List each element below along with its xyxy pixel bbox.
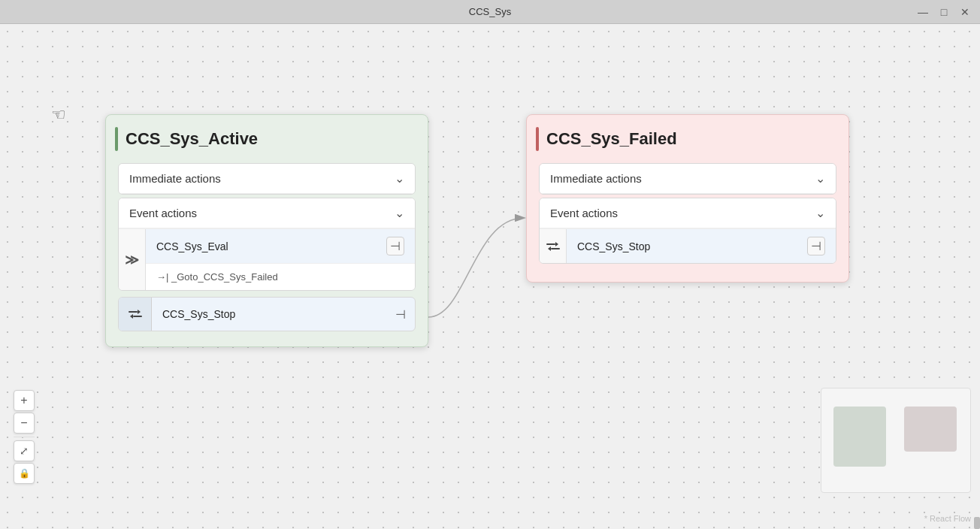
scroll-indicator[interactable] — [974, 517, 980, 529]
failed-immediate-label: Immediate actions — [550, 172, 642, 185]
active-accent-bar — [115, 127, 118, 151]
active-event-chevron: ⌄ — [395, 206, 404, 220]
failed-event-header[interactable]: Event actions ⌄ — [540, 198, 836, 228]
failed-event-rows: CCS_Sys_Stop ⊣ — [540, 228, 836, 263]
active-header: CCS_Sys_Active — [106, 115, 428, 160]
failed-immediate-accordion: Immediate actions ⌄ — [539, 163, 836, 195]
minimize-button[interactable]: — — [914, 3, 932, 21]
svg-marker-6 — [555, 242, 558, 246]
failed-accent-bar — [536, 127, 539, 151]
goto-text: →| _Goto_CCS_Sys_Failed — [156, 271, 278, 283]
active-event-items: CCS_Sys_Eval ⊣ →| _Goto_CCS_Sys_Failed — [146, 229, 415, 290]
window-title: CCS_Sys — [469, 6, 511, 17]
active-event-accordion: Event actions ⌄ ≫ CCS_Sys_Eval ⊣ →| — [118, 198, 416, 291]
failed-event-chevron: ⌄ — [815, 206, 825, 220]
svg-rect-3 — [133, 316, 142, 317]
failed-event-item-stop[interactable]: CCS_Sys_Stop ⊣ — [567, 229, 836, 263]
minimap-node-failed — [904, 407, 957, 452]
active-event-header[interactable]: Event actions ⌄ — [119, 198, 415, 228]
active-title: CCS_Sys_Active — [126, 129, 258, 149]
window-controls: — □ ✕ — [914, 3, 974, 21]
maximize-button[interactable]: □ — [935, 3, 953, 21]
stop-event-name: CCS_Sys_Stop — [577, 240, 650, 252]
cursor-icon: ☜ — [51, 105, 66, 125]
connection-line — [428, 218, 524, 317]
svg-marker-2 — [138, 310, 141, 314]
svg-rect-7 — [551, 248, 560, 249]
lock-button[interactable]: 🔒 — [14, 463, 35, 484]
active-event-rows: ≫ CCS_Sys_Eval ⊣ →| _Goto_CCS_Sys_Failed — [119, 228, 415, 290]
svg-marker-4 — [130, 314, 133, 319]
watermark: * React Flow — [924, 514, 971, 523]
svg-rect-1 — [129, 311, 138, 313]
active-event-item-eval[interactable]: CCS_Sys_Eval ⊣ — [146, 229, 415, 264]
active-bottom-event[interactable]: CCS_Sys_Stop ⊣ — [118, 297, 416, 331]
state-node-active: CCS_Sys_Active Immediate actions ⌄ Event… — [105, 114, 428, 347]
minimap — [821, 388, 971, 493]
svg-rect-5 — [546, 243, 555, 245]
title-bar: CCS_Sys — □ ✕ — [0, 0, 980, 24]
eval-event-name: CCS_Sys_Eval — [156, 240, 228, 252]
failed-trigger-icon — [540, 229, 567, 263]
failed-event-label: Event actions — [550, 207, 618, 219]
active-event-group: ≫ CCS_Sys_Eval ⊣ →| _Goto_CCS_Sys_Failed — [119, 229, 415, 290]
state-node-failed: CCS_Sys_Failed Immediate actions ⌄ Event… — [526, 114, 849, 283]
svg-marker-8 — [548, 246, 551, 251]
zoom-out-button[interactable]: − — [14, 413, 35, 434]
fit-view-button[interactable]: ⤢ — [14, 440, 35, 461]
active-stop-action[interactable]: ⊣ — [386, 307, 415, 322]
active-trigger-icon: ≫ — [119, 229, 146, 290]
canvas: ☜ CCS_Sys_Active Immediate actions ⌄ Eve… — [0, 24, 980, 529]
eval-action-icon[interactable]: ⊣ — [386, 237, 404, 255]
active-immediate-header[interactable]: Immediate actions ⌄ — [119, 164, 415, 194]
failed-event-group: CCS_Sys_Stop ⊣ — [540, 229, 836, 263]
transfer-arrows-icon — [127, 306, 144, 322]
toolbar-divider — [14, 437, 35, 437]
active-stop-icon — [119, 298, 152, 331]
failed-immediate-chevron: ⌄ — [815, 171, 825, 186]
zoom-in-button[interactable]: + — [14, 390, 35, 411]
minimap-node-active — [833, 407, 886, 467]
failed-header: CCS_Sys_Failed — [527, 115, 848, 160]
failed-title: CCS_Sys_Failed — [546, 129, 677, 149]
active-event-label: Event actions — [129, 207, 197, 219]
failed-immediate-header[interactable]: Immediate actions ⌄ — [540, 164, 836, 194]
close-button[interactable]: ✕ — [956, 3, 974, 21]
active-immediate-label: Immediate actions — [129, 172, 221, 185]
active-event-item-goto[interactable]: →| _Goto_CCS_Sys_Failed — [146, 264, 415, 290]
toolbar-controls: + − ⤢ 🔒 — [14, 390, 35, 484]
failed-event-accordion: Event actions ⌄ — [539, 198, 836, 264]
stop-action-icon[interactable]: ⊣ — [807, 237, 825, 255]
transfer-arrows-icon-small — [545, 238, 561, 255]
failed-event-items: CCS_Sys_Stop ⊣ — [567, 229, 836, 263]
active-immediate-chevron: ⌄ — [395, 171, 404, 186]
active-stop-name: CCS_Sys_Stop — [152, 308, 386, 320]
active-immediate-accordion: Immediate actions ⌄ — [118, 163, 416, 195]
